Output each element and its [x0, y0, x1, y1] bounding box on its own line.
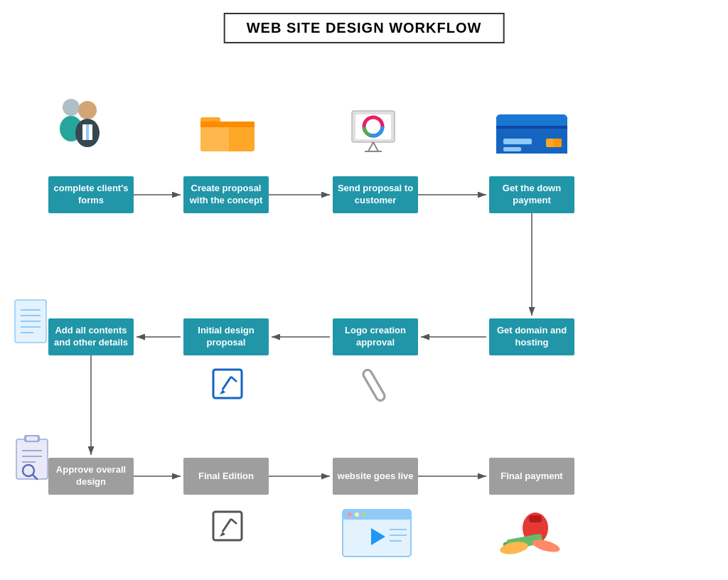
- svg-rect-51: [26, 436, 38, 441]
- svg-line-27: [368, 142, 373, 151]
- svg-point-12: [63, 99, 80, 116]
- svg-line-46: [231, 377, 237, 382]
- node-initial-design: Initial design proposal: [183, 318, 269, 355]
- svg-rect-47: [361, 368, 385, 402]
- diagram-title: WEB SITE DESIGN WORKFLOW: [224, 13, 505, 43]
- presentation-icon: [338, 105, 409, 155]
- svg-rect-48: [361, 368, 385, 402]
- node-logo-creation: Logo creation approval: [333, 318, 418, 355]
- svg-point-63: [348, 512, 352, 517]
- website-icon: [338, 506, 416, 559]
- diagram-container: WEB SITE DESIGN WORKFLOW: [0, 0, 728, 580]
- node-complete-forms: complete client's forms: [48, 176, 134, 213]
- clipboard-search-icon: [11, 432, 53, 483]
- node-final-payment: Final payment: [489, 458, 574, 495]
- people-icon: [39, 92, 124, 149]
- svg-rect-17: [86, 124, 89, 140]
- svg-rect-21: [200, 122, 255, 127]
- svg-rect-49: [16, 439, 48, 479]
- node-website-live: website goes live: [333, 458, 418, 495]
- edit-icon-final: [206, 506, 256, 549]
- svg-marker-59: [220, 532, 225, 537]
- node-send-proposal: Send proposal to customer: [333, 176, 418, 213]
- node-add-contents: Add all contents and other details: [48, 318, 134, 355]
- credit-card-icon: [489, 105, 574, 155]
- svg-point-65: [362, 512, 366, 517]
- svg-rect-32: [496, 126, 567, 129]
- node-approve-design: Approve overall design: [48, 458, 134, 495]
- svg-line-60: [231, 519, 237, 524]
- node-get-domain: Get domain and hosting: [489, 318, 574, 355]
- svg-marker-45: [220, 390, 225, 394]
- svg-rect-33: [503, 139, 532, 144]
- svg-line-28: [373, 142, 378, 151]
- node-get-down-payment: Get the down payment: [489, 176, 574, 213]
- edit-icon-initial: [206, 364, 256, 407]
- svg-line-58: [223, 519, 231, 532]
- svg-rect-34: [503, 147, 521, 151]
- svg-rect-71: [529, 515, 542, 522]
- node-create-proposal: Create proposal with the concept: [183, 176, 269, 213]
- document-icon: [11, 297, 53, 348]
- svg-point-64: [355, 512, 359, 517]
- payment-icon: [494, 505, 569, 558]
- svg-line-44: [223, 377, 231, 390]
- node-final-edition: Final Edition: [183, 458, 269, 495]
- svg-rect-62: [343, 510, 411, 520]
- pencil-icon: [348, 364, 405, 407]
- svg-rect-36: [553, 139, 562, 147]
- folder-icon: [192, 105, 263, 155]
- svg-point-14: [78, 101, 97, 119]
